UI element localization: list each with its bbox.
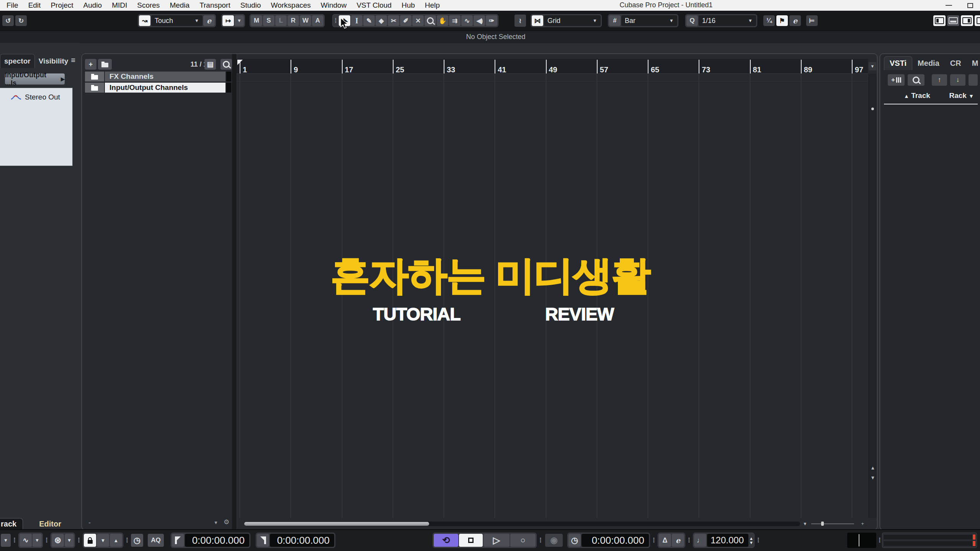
track-settings-gear-icon[interactable]: ⚙ [224,518,229,526]
mute-tool[interactable]: ✕ [412,15,424,26]
auto-quantize-button[interactable]: AQ [148,534,164,547]
time-format-clock-icon[interactable]: ◷ [568,534,581,547]
track-row[interactable]: Input/Output Channels [85,83,231,93]
menu-edit[interactable]: Edit [23,1,46,10]
minimize-icon[interactable] [946,5,952,6]
zoom-menu-dropdown[interactable]: ▼ [803,521,807,527]
instrument-search-icon[interactable] [908,74,924,86]
pre-roll-clock-icon[interactable]: ◷ [131,534,143,547]
tab-editor[interactable]: Editor [33,518,67,530]
grip-handle[interactable]: ⁞ [12,536,17,544]
marker-display[interactable] [847,533,876,548]
iterative-quantize-button[interactable]: ¼ [763,15,775,26]
add-folder-track-button[interactable] [98,59,112,70]
record-button[interactable]: ○ [510,534,536,547]
snap-mode-dropdown[interactable]: Grid▼ [544,15,601,26]
tempo-display[interactable]: 120.000 [707,534,748,547]
global-a-button[interactable]: A [312,15,323,26]
menu-workspaces[interactable]: Workspaces [266,1,316,10]
menu-audio[interactable]: Audio [78,1,107,10]
fade-curve-icon[interactable]: ≀ [514,15,526,27]
midi-activity-icon[interactable]: ⊛ [52,534,64,547]
play-button[interactable]: ▷ [483,534,510,547]
track-rack-header[interactable]: ▲ Track [904,91,930,100]
rack-header[interactable]: Rack ▼ [949,91,974,100]
split-tool[interactable]: ✂ [388,15,399,26]
zoom-tool[interactable] [425,15,436,26]
rack-options-button[interactable] [969,74,978,86]
menu-vst-cloud[interactable]: VST Cloud [351,1,397,10]
quantize-icon[interactable]: Q [686,15,698,26]
autoscroll-options-dropdown[interactable]: ▼ [235,15,244,26]
tempo-note-icon[interactable]: ♩ [694,534,706,547]
vertical-scrollbar[interactable]: ▲ ▼ [869,74,877,518]
grip-handle[interactable]: ⁞ [652,536,656,544]
ruler-options-dropdown[interactable]: ▼ [869,62,876,70]
grip-handle[interactable]: ⁞ [125,536,129,544]
tab-track[interactable]: rack [0,518,23,530]
punch-lock-icon[interactable] [84,534,96,547]
cycle-button[interactable]: ⟲ [434,534,458,547]
tab-inspector[interactable]: spector [0,54,35,68]
autoscroll-icon[interactable]: ↦ [222,15,234,26]
add-instrument-button[interactable]: + [888,74,905,86]
grip-handle[interactable]: ⁞ [756,536,761,544]
left-zone-toggle[interactable] [933,15,946,26]
track-scale-minus[interactable]: - [88,519,91,527]
track-search-icon[interactable] [220,59,232,70]
quantize-panel-button[interactable]: e [789,15,801,26]
inspector-menu-icon[interactable]: ≡ [71,56,75,65]
grip-handle[interactable]: ⁞ [877,536,882,544]
right-zone-toggle[interactable] [961,15,973,26]
grid-icon[interactable]: # [609,15,621,26]
zoom-slider-thumb[interactable] [821,522,824,526]
menu-scores[interactable]: Scores [132,1,165,10]
stereo-out-item[interactable]: Stereo Out [0,88,72,101]
horizontal-scroll-thumb[interactable] [244,522,429,526]
erase-tool[interactable]: ◆ [376,15,387,26]
menu-project[interactable]: Project [46,1,78,10]
menu-file[interactable]: File [2,1,23,10]
automation-edit-button[interactable]: e [203,15,215,26]
punch-out-icon[interactable]: ▲ [110,534,122,547]
grid-type-dropdown[interactable]: Bar▼ [621,15,677,26]
tools-grip-handle[interactable]: ⁞ [333,16,338,25]
quantize-dropdown[interactable]: 1/16▼ [699,15,756,26]
right-tab-cr[interactable]: CR [945,57,967,70]
stop-button[interactable] [459,534,483,547]
metronome-icon[interactable]: Δ [659,534,671,547]
color-tool[interactable]: ✑ [486,15,497,26]
global-m-button[interactable]: M [251,15,262,26]
menu-window[interactable]: Window [316,1,352,10]
midi-activity-dropdown[interactable]: ▼ [65,534,74,547]
warp-tool[interactable]: ⇉ [449,15,461,26]
right-tab-media[interactable]: Media [912,57,945,70]
lower-zone-toggle[interactable] [947,15,959,26]
audio-activity-icon[interactable]: ∿ [20,534,32,547]
grip-handle[interactable]: ⁞ [77,536,81,544]
metronome-setup-button[interactable]: e [672,534,684,547]
grip-handle[interactable]: ⁞ [538,536,543,544]
grip-handle[interactable]: ⁞ [44,536,49,544]
zoom-plus[interactable]: + [861,521,864,527]
hand-tool[interactable]: ✋ [437,15,448,26]
automation-icon[interactable]: ↝ [139,15,150,26]
menu-media[interactable]: Media [165,1,194,10]
snap-icon[interactable]: ⋈ [532,15,543,26]
menu-transport[interactable]: Transport [194,1,235,10]
maximize-icon[interactable] [967,3,973,8]
right-locator-time[interactable]: 0:00:00.000 [270,534,334,547]
global-s-button[interactable]: S [263,15,274,26]
right-tab-m[interactable]: M [967,57,980,70]
zoom-preset-up-icon[interactable]: ▲ [869,465,877,471]
tab-visibility[interactable]: Visibility [35,54,72,68]
glue-tool[interactable]: ✐ [400,15,412,26]
punch-in-icon[interactable]: ▼ [97,534,109,547]
timeline-ruler[interactable]: 191725334149576573818997 [237,59,868,74]
right-tab-vsti[interactable]: VSTi [884,56,912,70]
global-r-button[interactable]: R [287,15,299,26]
global-l-button[interactable]: L [275,15,287,26]
draw-tool[interactable]: ✎ [363,15,375,26]
track-row[interactable]: FX Channels [85,72,231,82]
setup-window-layout-button[interactable] [975,15,980,26]
